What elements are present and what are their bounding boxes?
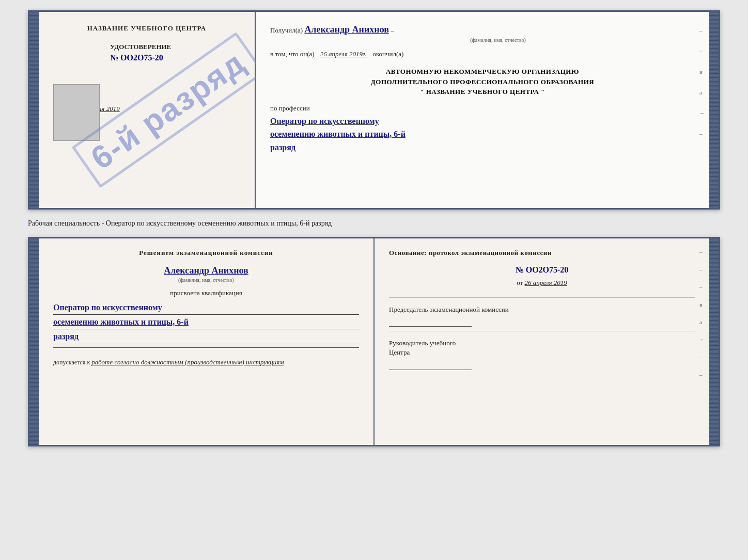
bottom-right-page: Основание: протокол экзаменационной коми… xyxy=(375,238,709,445)
commission-title: Решением экзаменационной комиссии xyxy=(53,249,359,257)
bottom-certificate-book: Решением экзаменационной комиссии Алекса… xyxy=(28,237,720,446)
qual-line2: осеменению животных и птицы, 6-й xyxy=(53,315,359,329)
photo-placeholder xyxy=(53,84,100,141)
side-marks-bottom: – – – и а ← – – – xyxy=(699,249,705,395)
top-left-page: НАЗВАНИЕ УЧЕБНОГО ЦЕНТРА УДОСТОВЕРЕНИЕ №… xyxy=(39,12,256,208)
prof-line3: разряд xyxy=(270,141,695,154)
name-subtitle-top: (фамилия, имя, отчество) xyxy=(301,37,695,43)
qualification-label: присвоена квалификация xyxy=(53,289,359,297)
protocol-date-value: 26 апреля 2019 xyxy=(525,279,567,286)
admission-text: допускается к работе согласно должностны… xyxy=(53,358,359,366)
basis-title: Основание: протокол экзаменационной коми… xyxy=(389,249,695,257)
book-spine-top xyxy=(29,12,39,208)
cert-title: НАЗВАНИЕ УЧЕБНОГО ЦЕНТРА xyxy=(53,24,240,33)
top-right-page: Получил(а) Александр Анихнов – (фамилия,… xyxy=(256,12,709,208)
org-line2: ДОПОЛНИТЕЛЬНОГО ПРОФЕССИОНАЛЬНОГО ОБРАЗО… xyxy=(270,77,695,87)
cert-number: № OO2O75-20 xyxy=(110,53,240,62)
received-prefix: Получил(а) xyxy=(270,26,303,34)
bottom-left-page: Решением экзаменационной комиссии Алекса… xyxy=(39,238,375,445)
org-line1: АВТОНОМНУЮ НЕКОММЕРЧЕСКУЮ ОРГАНИЗАЦИЮ xyxy=(270,67,695,77)
head-label: Руководитель учебного Центра xyxy=(389,339,695,357)
side-marks-top: – – и а ← – xyxy=(699,27,705,137)
book-spine-top-right xyxy=(709,12,719,208)
received-name: Александр Анихнов xyxy=(304,24,389,35)
org-line3: " НАЗВАНИЕ УЧЕБНОГО ЦЕНТРА " xyxy=(270,87,695,97)
book-spine-bottom-right xyxy=(709,238,719,445)
qualification-text: Оператор по искусственному осеменению жи… xyxy=(53,300,359,344)
commission-name: Александр Анихнов xyxy=(53,265,359,276)
protocol-date: от 26 апреля 2019 xyxy=(389,279,695,287)
date-handwritten: 26 апреля 2019г. xyxy=(320,50,367,58)
prof-line2: осеменению животных и птицы, 6-й xyxy=(270,127,695,141)
cert-label: УДОСТОВЕРЕНИЕ xyxy=(110,43,240,51)
chairman-signature-line xyxy=(389,317,472,327)
profession-label: по профессии xyxy=(270,104,695,113)
protocol-number: № OO2O75-20 xyxy=(389,265,695,275)
date-line: в том, что он(а) 26 апреля 2019г. окончи… xyxy=(270,50,695,58)
profession-text: Оператор по искусственному осеменению жи… xyxy=(270,115,695,154)
head-signature-line xyxy=(389,361,472,370)
top-certificate-book: НАЗВАНИЕ УЧЕБНОГО ЦЕНТРА УДОСТОВЕРЕНИЕ №… xyxy=(28,10,720,210)
qual-line1: Оператор по искусственному xyxy=(53,300,359,315)
specialty-description: Рабочая специальность - Оператор по иску… xyxy=(28,218,720,229)
chairman-label: Председатель экзаменационной комиссии xyxy=(389,305,695,314)
received-line: Получил(а) Александр Анихнов – xyxy=(270,24,695,35)
prof-line1: Оператор по искусственному xyxy=(270,115,695,128)
org-block: АВТОНОМНУЮ НЕКОММЕРЧЕСКУЮ ОРГАНИЗАЦИЮ ДО… xyxy=(270,67,695,97)
commission-name-sub: (фамилия, имя, отчество) xyxy=(53,277,359,283)
admission-italic: работе согласно должностным (производств… xyxy=(91,358,284,366)
qual-line3: разряд xyxy=(53,329,359,344)
book-spine-bottom xyxy=(29,238,39,445)
